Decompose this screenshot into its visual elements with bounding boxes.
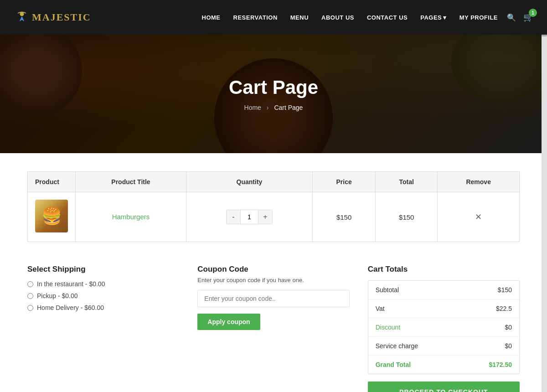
- col-price: Price: [313, 172, 376, 192]
- discount-label: Discount: [376, 324, 400, 331]
- vat-label: Vat: [376, 305, 385, 312]
- product-title-link[interactable]: Hamburgers: [112, 213, 150, 221]
- nav-link-home[interactable]: HOME: [202, 14, 221, 21]
- scrollbar[interactable]: [542, 0, 547, 392]
- shipping-title: Select Shipping: [27, 265, 179, 274]
- shipping-label-restaurant: In the restaurant - $0.00: [37, 280, 105, 288]
- shipping-option-pickup[interactable]: Pickup - $0.00: [27, 292, 179, 299]
- dropdown-arrow-icon: ▾: [443, 14, 447, 21]
- table-body: Hamburgers - + $150 $150 ✕: [28, 192, 520, 242]
- col-product-title: Product Title: [76, 172, 186, 192]
- shipping-label-pickup: Pickup - $0.00: [37, 292, 78, 299]
- nav-link-pages[interactable]: PAGES ▾: [420, 14, 447, 21]
- grand-total-label: Grand Total: [376, 361, 411, 368]
- breadcrumb: Home › Cart Page: [229, 104, 318, 111]
- main-content: Product Product Title Quantity Price Tot…: [0, 153, 547, 392]
- subtotal-label: Subtotal: [376, 286, 399, 294]
- cart-totals-title: Cart Totals: [368, 265, 520, 274]
- nav-item-home[interactable]: HOME: [202, 13, 221, 21]
- svg-point-0: [20, 12, 24, 16]
- breadcrumb-home[interactable]: Home: [244, 104, 261, 111]
- coupon-section: Coupon Code Enter your coupon code if yo…: [197, 265, 349, 330]
- shipping-radio-delivery[interactable]: [27, 305, 33, 311]
- nav-link-menu[interactable]: MENU: [290, 14, 309, 21]
- nav-icons: 🔍 🛒 1: [507, 12, 533, 22]
- coupon-input[interactable]: [197, 290, 349, 307]
- apply-coupon-button[interactable]: Apply coupon: [197, 314, 260, 330]
- nav-item-reservation[interactable]: RESERVATION: [233, 13, 278, 21]
- hero-section: Cart Page Home › Cart Page: [0, 35, 547, 153]
- discount-value: $0: [505, 324, 512, 331]
- remove-cell: ✕: [438, 192, 520, 242]
- logo-icon: [14, 9, 30, 26]
- page-title: Cart Page: [229, 77, 318, 98]
- quantity-input[interactable]: [240, 210, 258, 224]
- product-image: [35, 200, 68, 232]
- discount-row: Discount $0: [368, 318, 519, 337]
- cart-button[interactable]: 🛒 1: [523, 12, 533, 22]
- col-total: Total: [376, 172, 438, 192]
- shipping-radio-restaurant[interactable]: [27, 281, 33, 287]
- nav-link-profile[interactable]: MY PROFILE: [459, 14, 498, 21]
- shipping-option-restaurant[interactable]: In the restaurant - $0.00: [27, 280, 179, 288]
- coupon-description: Enter your coupon code if you have one.: [197, 277, 349, 284]
- vat-value: $22.5: [496, 305, 512, 312]
- nav-item-menu[interactable]: MENU: [290, 13, 309, 21]
- shipping-section: Select Shipping In the restaurant - $0.0…: [27, 265, 179, 316]
- nav-item-about[interactable]: ABOUT US: [321, 13, 354, 21]
- checkout-button[interactable]: PROCEED TO CHECKOUT: [368, 382, 520, 392]
- table-row: Hamburgers - + $150 $150 ✕: [28, 192, 520, 242]
- cart-table: Product Product Title Quantity Price Tot…: [27, 171, 520, 242]
- quantity-control[interactable]: - +: [226, 210, 273, 224]
- nav-item-pages[interactable]: PAGES ▾: [420, 14, 447, 21]
- hero-content: Cart Page Home › Cart Page: [229, 77, 318, 111]
- col-quantity: Quantity: [186, 172, 312, 192]
- nav-item-profile[interactable]: MY PROFILE: [459, 13, 498, 21]
- nav-links: HOME RESERVATION MENU ABOUT US CONTACT U…: [202, 13, 498, 21]
- shipping-radio-pickup[interactable]: [27, 293, 33, 299]
- grand-total-row: Grand Total $172.50: [368, 356, 519, 374]
- shipping-option-delivery[interactable]: Home Delivery - $60.00: [27, 304, 179, 311]
- cart-badge: 1: [529, 9, 537, 17]
- quantity-cell: - +: [186, 192, 312, 242]
- cart-totals-section: Cart Totals Subtotal $150 Vat $22.5 Disc…: [368, 265, 520, 392]
- logo[interactable]: MAJESTIC: [14, 9, 91, 26]
- price-cell: $150: [313, 192, 376, 242]
- remove-button[interactable]: ✕: [475, 212, 482, 222]
- nav-link-contact[interactable]: CONTACT US: [367, 14, 408, 21]
- table-header: Product Product Title Quantity Price Tot…: [28, 172, 520, 192]
- coupon-title: Coupon Code: [197, 265, 349, 274]
- service-charge-label: Service charge: [376, 342, 418, 350]
- bottom-section: Select Shipping In the restaurant - $0.0…: [27, 265, 520, 392]
- quantity-increase-button[interactable]: +: [258, 210, 272, 224]
- col-remove: Remove: [438, 172, 520, 192]
- totals-box: Subtotal $150 Vat $22.5 Discount $0 Serv…: [368, 280, 520, 374]
- service-charge-row: Service charge $0: [368, 337, 519, 356]
- search-icon[interactable]: 🔍: [507, 13, 516, 22]
- nav-link-about[interactable]: ABOUT US: [321, 14, 354, 21]
- total-cell: $150: [376, 192, 438, 242]
- logo-text: MAJESTIC: [32, 11, 91, 23]
- navbar: MAJESTIC HOME RESERVATION MENU ABOUT US …: [0, 0, 547, 35]
- col-product: Product: [28, 172, 76, 192]
- grand-total-value: $172.50: [489, 361, 512, 368]
- breadcrumb-current: Cart Page: [274, 104, 303, 111]
- subtotal-row: Subtotal $150: [368, 281, 519, 299]
- service-charge-value: $0: [505, 342, 512, 350]
- shipping-label-delivery: Home Delivery - $60.00: [37, 304, 104, 311]
- subtotal-value: $150: [498, 286, 512, 294]
- breadcrumb-separator: ›: [267, 104, 269, 111]
- nav-link-reservation[interactable]: RESERVATION: [233, 14, 278, 21]
- nav-item-contact[interactable]: CONTACT US: [367, 13, 408, 21]
- product-image-cell: [28, 192, 76, 242]
- product-title-cell: Hamburgers: [76, 192, 186, 242]
- vat-row: Vat $22.5: [368, 299, 519, 318]
- quantity-decrease-button[interactable]: -: [227, 210, 240, 224]
